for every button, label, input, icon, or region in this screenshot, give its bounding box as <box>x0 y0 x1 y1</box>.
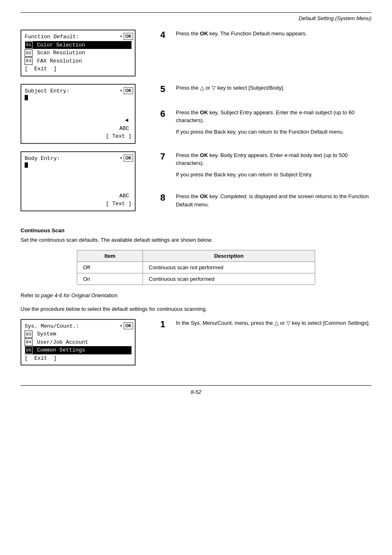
lcd-subject-spacer <box>25 100 131 109</box>
step7-body: Press the OK key. Body Entry appears. En… <box>176 151 371 179</box>
content: ✦ OK Function Default: 01 Color Selectio… <box>21 30 371 373</box>
completed-italic: Completed. <box>220 193 247 199</box>
lcd-sys-exit: [ Exit ] <box>25 354 131 363</box>
lcd-body-title: Body Entry: <box>25 155 131 163</box>
step56-text-area: 5 Press the △ or ▽ key to select [Subjec… <box>152 84 371 144</box>
lcd-sys-item3: 05 Common Settings <box>25 346 131 354</box>
step1-continuous-number: 1 <box>160 319 172 330</box>
step8-text: Press the OK key. Completed. is displaye… <box>176 192 371 208</box>
ok-badge-sys: ✦ OK <box>120 321 133 330</box>
lcd-subject-arrow: ◀ <box>25 116 131 125</box>
ok-box-3: OK <box>124 155 133 162</box>
ok-bold-8: OK <box>200 193 208 199</box>
lcd-body-abc: ABC <box>25 192 131 200</box>
footer-page: 8-52 <box>21 389 371 395</box>
continuous-scan-heading: Continuous Scan <box>21 227 371 234</box>
step7-number: 7 <box>160 151 172 162</box>
ok-bold: OK <box>200 30 208 37</box>
lcd-body-entry: ✦ OK Body Entry: ABC [ Text ] <box>21 151 136 211</box>
lcd-body-spacer2 <box>25 176 131 184</box>
step5-body: Press the △ or ▽ key to select [Subject/… <box>176 84 371 92</box>
lcd-body-exit: [ Text ] <box>25 200 131 208</box>
continuous-scan-intro: Set the continuous scan defaults. The av… <box>21 236 371 244</box>
ok-badge-body: ✦ OK <box>120 154 133 162</box>
step4-text: Press the OK key. The Function Default m… <box>176 30 371 38</box>
table-header-item: Item <box>77 250 143 261</box>
lcd-body-entry-area: ✦ OK Body Entry: ABC [ Text ] <box>21 151 152 216</box>
step6-block: 6 Press the OK key. Subject Entry appear… <box>160 109 371 136</box>
header-title: Default Setting (System Menu) <box>21 15 371 21</box>
table-header-description: Description <box>143 250 315 261</box>
ok-box: OK <box>124 33 133 40</box>
ok-bold-7: OK <box>200 152 208 158</box>
table-row: On Continuous scan performed <box>77 273 315 284</box>
lcd-item-2: 02 Scan Resolution <box>25 49 131 57</box>
steps-56: 5 Press the △ or ▽ key to select [Subjec… <box>160 84 371 143</box>
table-cell-item-1: Off <box>77 261 143 273</box>
lcd-exit: [ Exit ] <box>25 65 131 73</box>
lcd-title-row: Function Default: <box>25 33 131 41</box>
lcd-body-spacer3 <box>25 184 131 192</box>
step1-continuous-body: In the Sys. Menu/Count. menu, press the … <box>176 319 371 327</box>
lcd-item-3: 03 FAX Resolution <box>25 57 131 65</box>
lcd-sys-menu: ✦ OK Sys. Menu/Count.: 03 System 04 User… <box>21 319 136 366</box>
cursor-body <box>25 162 28 168</box>
step8-body: Press the OK key. Completed. is displaye… <box>176 192 371 208</box>
step6-text: Press the OK key. Subject Entry appears.… <box>176 109 371 125</box>
continuous-scan-table: Item Description Off Continuous scan not… <box>77 250 315 285</box>
table-cell-desc-1: Continuous scan not performed <box>143 261 315 273</box>
lcd-subject-entry-area: ✦ OK Subject Entry: ◀ ABC [ Text ] <box>21 84 152 144</box>
lcd-subject-title: Subject Entry: <box>25 87 131 95</box>
step56-row: ✦ OK Subject Entry: ◀ ABC [ Text ] 5 <box>21 84 371 144</box>
step1-continuous-row: ✦ OK Sys. Menu/Count.: 03 System 04 User… <box>21 319 371 366</box>
nav-icon-3: ✦ <box>120 154 123 162</box>
use-para: Use the procedure below to select the de… <box>21 305 371 313</box>
ok-box-sys: OK <box>124 322 133 329</box>
lcd-subject-cursor <box>25 95 131 100</box>
footer-rule <box>21 385 371 386</box>
lcd-sys-title: Sys. Menu/Count.: <box>25 322 131 331</box>
table-cell-item-2: On <box>77 273 143 284</box>
cursor <box>25 95 28 100</box>
step4-block: 4 Press the OK key. The Function Default… <box>160 30 371 40</box>
lcd-subject-entry: ✦ OK Subject Entry: ◀ ABC [ Text ] <box>21 84 136 144</box>
lcd-subject-exit: [ Text ] <box>25 132 131 141</box>
step5-block: 5 Press the △ or ▽ key to select [Subjec… <box>160 84 371 95</box>
ok-box-2: OK <box>124 87 133 94</box>
step7-note: If you press the Back key, you can retur… <box>176 171 371 179</box>
step1-continuous-text: In the Sys. Menu/Count. menu, press the … <box>176 319 371 327</box>
step1-continuous-block: 1 In the Sys. Menu/Count. menu, press th… <box>160 319 371 330</box>
lcd-function-default: ✦ OK Function Default: 01 Color Selectio… <box>21 30 136 76</box>
table-row: Off Continuous scan not performed <box>77 261 315 273</box>
nav-icon-2: ✦ <box>120 86 123 95</box>
header-rule <box>21 12 371 13</box>
step4-row: ✦ OK Function Default: 01 Color Selectio… <box>21 30 371 76</box>
ok-badge-subject: ✦ OK <box>120 86 133 95</box>
lcd-body-cursor <box>25 162 131 168</box>
step8-block: 8 Press the OK key. Completed. is displa… <box>160 192 371 208</box>
steps-78: 7 Press the OK key. Body Entry appears. … <box>160 151 371 216</box>
lcd-sys-menu-area: ✦ OK Sys. Menu/Count.: 03 System 04 User… <box>21 319 152 366</box>
refer-text: Refer to <box>21 292 41 298</box>
refer-italic: page 4-6 for Original Orientation. <box>41 292 119 298</box>
lcd-body-spacer <box>25 168 131 176</box>
nav-icon-sys: ✦ <box>120 321 123 330</box>
step7-block: 7 Press the OK key. Body Entry appears. … <box>160 151 371 179</box>
step4-number: 4 <box>160 30 172 40</box>
step6-number: 6 <box>160 109 172 119</box>
refer-para: Refer to page 4-6 for Original Orientati… <box>21 291 371 300</box>
lcd-sys-item1: 03 System <box>25 330 131 338</box>
lcd-function-default-area: ✦ OK Function Default: 01 Color Selectio… <box>21 30 152 76</box>
ok-badge: ✦ OK <box>120 32 133 41</box>
lcd-subject-spacer2 <box>25 109 131 117</box>
step78-row: ✦ OK Body Entry: ABC [ Text ] 7 <box>21 151 371 216</box>
step8-number: 8 <box>160 192 172 203</box>
lcd-item-1: 01 Color Selection <box>25 41 131 49</box>
step7-text: Press the OK key. Body Entry appears. En… <box>176 151 371 167</box>
ok-bold-6: OK <box>200 109 208 116</box>
table-cell-desc-2: Continuous scan performed <box>143 273 315 284</box>
step4-body: Press the OK key. The Function Default m… <box>176 30 371 38</box>
step4-text-area: 4 Press the OK key. The Function Default… <box>152 30 371 76</box>
page: Default Setting (System Menu) ✦ OK Funct… <box>0 0 392 555</box>
lcd-subject-abc: ABC <box>25 125 131 133</box>
